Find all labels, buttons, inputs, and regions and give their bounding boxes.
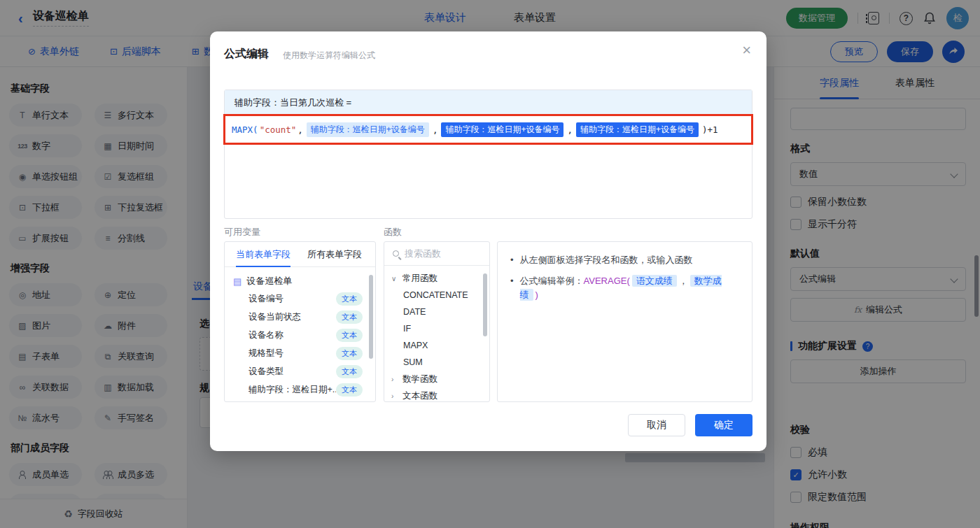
formula-field-chip[interactable]: 辅助字段：巡检日期+设备编号 [441,122,564,137]
help-example-function: AVERAGE( [584,276,630,286]
formula-help-panel: •从左侧面板选择字段名和函数，或输入函数•公式编辑举例：AVERAGE(语文成绩… [497,241,752,402]
cancel-button[interactable]: 取消 [628,414,685,436]
bullet-icon: • [510,253,514,267]
variables-root-label: 设备巡检单 [246,275,292,287]
function-search[interactable]: 搜索函数 [384,242,489,266]
function-item-CONCATENATE[interactable]: CONCATENATE [391,287,484,304]
function-list: ∨常用函数CONCATENATEDATEIFMAPXSUM›数学函数›文本函数 [384,266,489,402]
help-tip-text: 从左侧面板选择字段名和函数，或输入函数 [520,253,693,267]
help-example-function-close: ) [536,290,538,300]
function-item-SUM[interactable]: SUM [391,354,484,371]
formula-editor: 辅助字段：当日第几次巡检 = MAPX("count",辅助字段：巡检日期+设备… [224,90,752,219]
variables-section-label: 可用变量 [224,226,260,238]
help-example-prefix: 公式编辑举例： [520,276,584,286]
function-item-DATE[interactable]: DATE [391,304,484,320]
variables-panel: 当前表单字段所有表单字段 ▤设备巡检单设备编号文本设备当前状态文本设备名称文本规… [224,241,376,402]
field-type-badge: 文本 [336,365,363,378]
variables-tabs: 当前表单字段所有表单字段 [225,242,375,267]
formula-input-line[interactable]: MAPX("count",辅助字段：巡检日期+设备编号,辅助字段：巡检日期+设备… [223,114,753,145]
formula-editor-modal: 公式编辑 使用数学运算符编辑公式 × 辅助字段：当日第几次巡检 = MAPX("… [210,31,766,451]
field-type-badge: 文本 [336,383,363,397]
help-example-field-chip: 语文成绩 [632,275,677,287]
close-icon[interactable]: × [742,43,751,58]
help-example: •公式编辑举例：AVERAGE(语文成绩，数学成绩) [510,274,739,302]
variable-field-规格型号[interactable]: 规格型号文本 [233,344,368,362]
function-group-文本函数[interactable]: ›文本函数 [391,387,484,402]
variable-field-辅助字段：巡检日期+...[interactable]: 辅助字段：巡检日期+...文本 [233,380,368,399]
function-item-IF[interactable]: IF [391,320,484,337]
function-item-MAPX[interactable]: MAPX [391,337,484,354]
variables-tab-当前表单字段[interactable]: 当前表单字段 [236,242,290,267]
variable-field-设备编号[interactable]: 设备编号文本 [233,290,368,308]
modal-title: 公式编辑 [224,47,269,62]
variables-tree: ▤设备巡检单设备编号文本设备当前状态文本设备名称文本规格型号文本设备类型文本辅助… [225,267,375,399]
functions-section-label: 函数 [384,226,402,238]
formula-token: , [433,124,438,135]
form-doc-icon: ▤ [233,276,241,287]
modal-footer: 取消 确定 [628,414,752,436]
field-type-badge: 文本 [336,329,363,342]
search-icon [393,250,399,257]
variable-field-name: 设备名称 [248,329,284,341]
caret-right-icon: › [391,392,398,400]
variable-field-设备名称[interactable]: 设备名称文本 [233,326,368,344]
formula-token: )+1 [702,124,718,135]
help-example-text: 公式编辑举例：AVERAGE(语文成绩，数学成绩) [520,274,739,302]
formula-field-chip[interactable]: 辅助字段：巡检日期+设备编号 [576,122,699,137]
variables-scrollbar[interactable] [369,275,373,359]
function-group-常用函数[interactable]: ∨常用函数 [391,270,484,287]
field-type-badge: 文本 [336,347,363,360]
caret-right-icon: › [391,376,398,383]
formula-token: , [567,124,573,135]
variables-tab-所有表单字段[interactable]: 所有表单字段 [307,242,362,267]
bullet-icon: • [510,274,514,288]
function-group-数学函数[interactable]: ›数学函数 [391,371,484,387]
field-type-badge: 文本 [336,311,363,324]
functions-scrollbar[interactable] [483,273,487,336]
variable-field-name: 设备当前状态 [248,311,301,323]
app-root: ‹ 设备巡检单 表单设计表单设置 数据管理 ? 检 ⊘表单外链⊡后端脚本⊞数据权… [0,0,980,528]
variable-field-设备类型[interactable]: 设备类型文本 [233,362,368,380]
variable-field-name: 设备编号 [248,293,284,305]
help-tip: •从左侧面板选择字段名和函数，或输入函数 [510,253,739,267]
functions-panel: 搜索函数 ∨常用函数CONCATENATEDATEIFMAPXSUM›数学函数›… [384,241,490,402]
formula-token: MAPX( [232,124,258,135]
variable-field-设备当前状态[interactable]: 设备当前状态文本 [233,308,368,326]
formula-assignment: 辅助字段：当日第几次巡检 = [225,90,752,115]
variables-root-form[interactable]: ▤设备巡检单 [233,273,368,290]
field-type-badge: 文本 [336,292,363,306]
modal-subtitle: 使用数学运算符编辑公式 [283,50,375,62]
formula-field-chip[interactable]: 辅助字段：巡检日期+设备编号 [307,122,429,137]
function-search-placeholder: 搜索函数 [405,248,441,260]
caret-down-icon: ∨ [391,275,398,283]
variable-field-name: 辅助字段：巡检日期+... [248,384,336,396]
variable-field-name: 规格型号 [248,348,284,359]
confirm-button[interactable]: 确定 [695,414,752,436]
help-example-separator: ， [679,276,688,286]
formula-token: , [298,124,303,135]
variable-field-name: 设备类型 [248,366,284,378]
function-group-label: 文本函数 [402,390,438,402]
function-group-label: 数学函数 [402,373,438,385]
function-group-label: 常用函数 [402,273,438,285]
formula-token: "count" [260,124,297,135]
